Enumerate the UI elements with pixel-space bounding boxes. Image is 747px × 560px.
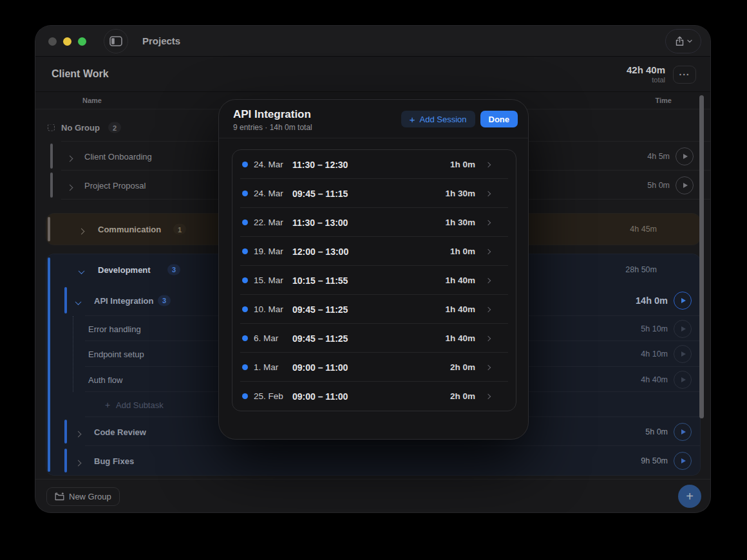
- chevron-right-icon[interactable]: [79, 229, 85, 235]
- session-dot-icon: [242, 306, 248, 312]
- group-count-badge: 3: [167, 264, 180, 275]
- modal-header: API Integration 9 entries · 14h 0m total…: [219, 100, 528, 138]
- add-session-button[interactable]: + Add Session: [401, 111, 475, 127]
- session-time-range: 09:00 – 11:00: [292, 362, 450, 373]
- total-label: total: [627, 76, 665, 84]
- session-dot-icon: [242, 248, 248, 254]
- plus-icon: +: [410, 114, 415, 125]
- task-row-bug-fixes[interactable]: Bug Fixes 9h 50m: [46, 446, 700, 475]
- modal-subtitle: 9 entries · 14h 0m total: [233, 123, 312, 132]
- share-button[interactable]: [665, 29, 701, 53]
- group-count-badge: 2: [108, 122, 121, 133]
- session-date: 10. Mar: [254, 304, 292, 314]
- chevron-right-icon: [486, 219, 491, 225]
- group-label: Development: [98, 265, 151, 274]
- task-label: Project Proposal: [84, 180, 146, 190]
- subtask-label: Endpoint setup: [88, 350, 144, 359]
- play-button[interactable]: [674, 452, 692, 470]
- session-dot-icon: [242, 364, 248, 370]
- session-duration: 1h 30m: [445, 218, 475, 227]
- more-options-button[interactable]: ···: [673, 66, 696, 84]
- session-duration: 1h 0m: [450, 160, 475, 169]
- session-row[interactable]: 6. Mar 09:45 – 11:25 1h 40m: [232, 324, 516, 353]
- chevron-right-icon[interactable]: [67, 155, 73, 162]
- play-button[interactable]: [676, 147, 694, 165]
- session-date: 25. Feb: [254, 391, 292, 401]
- chevron-right-icon[interactable]: [75, 431, 82, 437]
- session-time-range: 10:15 – 11:55: [292, 275, 445, 286]
- close-button[interactable]: [48, 37, 57, 46]
- subtask-time-cluster: 5h 10m: [641, 320, 692, 338]
- chevron-right-icon: [486, 306, 491, 312]
- play-button[interactable]: [674, 345, 692, 363]
- no-group-icon: [48, 124, 55, 131]
- chevron-right-icon: [486, 191, 491, 196]
- screen: Projects Client Work 42h: [0, 0, 747, 560]
- task-time-cluster: 5h 0m: [647, 176, 694, 194]
- session-date: 22. Mar: [254, 218, 292, 227]
- task-count-badge: 3: [158, 295, 171, 306]
- add-project-button[interactable]: +: [678, 485, 701, 508]
- task-time: 5h 0m: [647, 181, 670, 190]
- minimize-button[interactable]: [63, 37, 71, 46]
- task-time-cluster: 5h 0m: [645, 423, 692, 441]
- session-row[interactable]: 15. Mar 10:15 – 11:55 1h 40m: [232, 266, 516, 295]
- task-label: Client Onboarding: [84, 151, 152, 161]
- session-date: 1. Mar: [254, 362, 292, 372]
- folder-plus-icon: [55, 492, 64, 501]
- project-header: Client Work 42h 40m total ···: [35, 57, 710, 91]
- group-time: 4h 45m: [630, 225, 657, 234]
- task-time: 4h 5m: [647, 152, 670, 161]
- subtask-label: Error handling: [88, 324, 141, 333]
- session-dot-icon: [242, 277, 248, 283]
- done-label: Done: [489, 115, 510, 124]
- plus-icon: +: [105, 400, 110, 410]
- zoom-button[interactable]: [78, 37, 86, 46]
- subtask-label: Auth flow: [88, 375, 122, 384]
- session-date: 6. Mar: [254, 333, 292, 343]
- new-group-button[interactable]: New Group: [46, 487, 120, 506]
- session-row[interactable]: 10. Mar 09:45 – 11:25 1h 40m: [232, 295, 516, 324]
- task-color-bar: [50, 144, 53, 169]
- group-time: 28h 50m: [625, 265, 657, 274]
- subtask-time: 4h 40m: [641, 375, 668, 384]
- session-row[interactable]: 24. Mar 09:45 – 11:15 1h 30m: [232, 179, 516, 208]
- subtask-time: 5h 10m: [641, 324, 668, 333]
- session-time-range: 09:45 – 11:25: [292, 333, 445, 344]
- session-row[interactable]: 1. Mar 09:00 – 11:00 2h 0m: [232, 353, 516, 382]
- play-button[interactable]: [674, 371, 692, 389]
- play-button[interactable]: [674, 423, 692, 441]
- chevron-right-icon[interactable]: [67, 184, 73, 191]
- add-session-label: Add Session: [420, 115, 467, 124]
- session-row[interactable]: 24. Mar 11:30 – 12:30 1h 0m: [232, 150, 516, 179]
- session-row[interactable]: 25. Feb 09:00 – 11:00 2h 0m: [232, 382, 516, 411]
- play-button[interactable]: [674, 292, 692, 310]
- toggle-sidebar-button[interactable]: [104, 29, 128, 53]
- task-time-cluster: 9h 50m: [641, 452, 692, 470]
- chevron-down-icon[interactable]: [79, 268, 85, 274]
- session-dot-icon: [242, 335, 248, 341]
- session-row[interactable]: 22. Mar 11:30 – 13:00 1h 30m: [232, 208, 516, 237]
- play-button[interactable]: [676, 176, 694, 194]
- total-time: 42h 40m: [627, 64, 665, 75]
- session-duration: 1h 30m: [445, 189, 475, 198]
- task-time-cluster: 14h 0m: [636, 292, 692, 310]
- share-icon: [675, 36, 685, 46]
- window-footer: New Group +: [35, 479, 710, 512]
- session-duration: 1h 40m: [445, 275, 475, 285]
- session-dot-icon: [242, 393, 248, 399]
- play-button[interactable]: [674, 320, 692, 338]
- chevron-down-icon[interactable]: [75, 299, 82, 305]
- session-row[interactable]: 19. Mar 12:00 – 13:00 1h 0m: [232, 237, 516, 266]
- scrollbar-thumb[interactable]: [699, 95, 704, 418]
- subtask-time-cluster: 4h 40m: [641, 371, 692, 389]
- session-time-range: 11:30 – 13:00: [292, 218, 445, 228]
- group-label: Communication: [98, 225, 161, 234]
- done-button[interactable]: Done: [480, 111, 518, 127]
- session-duration: 1h 40m: [445, 304, 475, 314]
- chevron-right-icon[interactable]: [75, 460, 82, 466]
- session-duration: 2h 0m: [450, 362, 475, 372]
- titlebar: Projects: [35, 26, 710, 57]
- task-label: Code Review: [94, 427, 146, 436]
- column-header-name: Name: [82, 97, 102, 104]
